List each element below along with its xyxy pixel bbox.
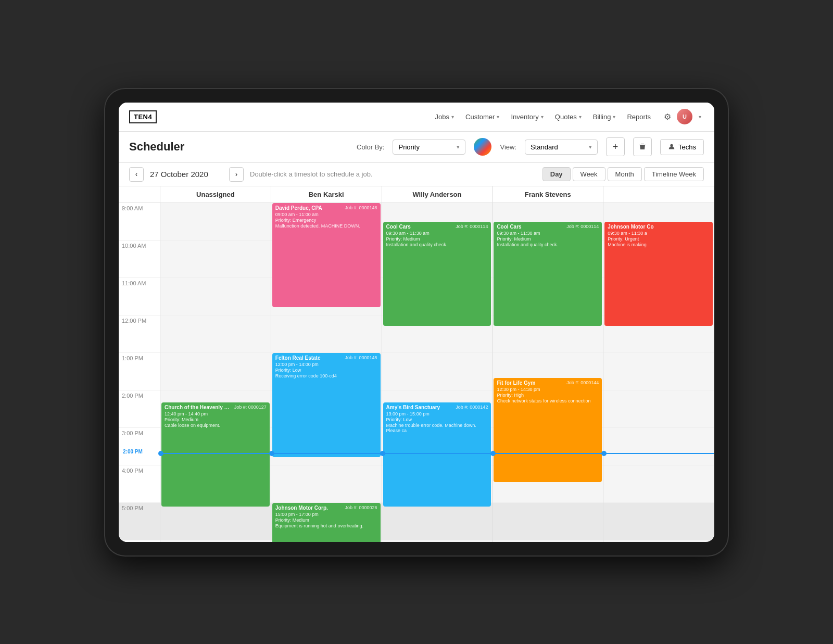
nav-customer[interactable]: Customer ▾ xyxy=(460,110,504,124)
customer-chevron-icon: ▾ xyxy=(497,114,499,120)
event-desc: Equipment is running hot and overheating… xyxy=(275,523,377,528)
tech-col-willy[interactable]: Cool CarsJob #: 000011409:30 am - 11:30 … xyxy=(382,203,493,542)
cell-col1-row8[interactable] xyxy=(160,503,271,540)
col-willy: Willy Anderson xyxy=(382,186,493,203)
event-card-ev6[interactable]: Felton Real EstateJob #: 000014512:00 pm… xyxy=(272,353,381,457)
event-job: Job #: 0000114 xyxy=(566,224,599,229)
cell-col1-row0[interactable] xyxy=(160,203,271,241)
calendar-nav: ‹ 27 October 2020 › Double-click a times… xyxy=(119,163,714,186)
toolbar: Scheduler Color By: Priority ▾ View: Sta… xyxy=(119,132,714,163)
event-time: 09:30 am - 11:30 am xyxy=(386,231,488,236)
tech-col-extra[interactable]: Johnson Motor Co09:30 am - 11:30 aPriori… xyxy=(603,203,714,542)
nav-inventory[interactable]: Inventory ▾ xyxy=(506,110,548,124)
view-btn-week[interactable]: Week xyxy=(573,167,605,181)
cell-col1-row1[interactable] xyxy=(160,241,271,278)
cell-col5-row8[interactable] xyxy=(603,503,714,540)
delete-button[interactable] xyxy=(633,137,652,156)
event-priority: Priority: Emergency xyxy=(275,218,377,223)
event-job: Job #: 0000127 xyxy=(234,405,267,410)
prev-arrow[interactable]: ‹ xyxy=(129,167,144,182)
event-card-ev9[interactable]: Johnson Motor Corp.Job #: 000002615:00 p… xyxy=(272,503,381,542)
cell-col5-row4[interactable] xyxy=(603,353,714,390)
cell-col3-row8[interactable] xyxy=(382,503,493,540)
view-label: View: xyxy=(500,143,516,151)
tech-col-ben[interactable]: David Perdue, CPAJob #: 000014609:00 am … xyxy=(271,203,382,542)
nav-quotes[interactable]: Quotes ▾ xyxy=(550,110,587,124)
event-priority: Priority: Low xyxy=(275,368,377,373)
add-button[interactable]: + xyxy=(606,137,625,156)
cell-col4-row8[interactable] xyxy=(493,503,603,540)
next-arrow[interactable]: › xyxy=(229,167,244,182)
view-btn-day[interactable]: Day xyxy=(542,167,571,181)
event-desc: Installation and quality check. xyxy=(386,242,488,247)
event-card-ev1[interactable]: David Perdue, CPAJob #: 000014609:00 am … xyxy=(272,203,381,307)
view-buttons: Day Week Month Timeline Week xyxy=(542,167,704,181)
calendar-body: 9:00 AM10:00 AM11:00 AM12:00 PM1:00 PM2:… xyxy=(119,203,714,542)
techs-button[interactable]: Techs xyxy=(660,139,704,155)
avatar[interactable]: U xyxy=(677,109,692,124)
tech-col-unassigned[interactable]: 2:00 PMChurch of the Heavenly Redeem...J… xyxy=(160,203,271,542)
time-slot-4: 1:00 PM xyxy=(119,353,160,390)
cell-col2-row3[interactable] xyxy=(271,315,382,353)
avatar-chevron-icon[interactable]: ▾ xyxy=(696,108,704,125)
event-card-ev5[interactable]: Church of the Heavenly Redeem...Job #: 0… xyxy=(161,402,270,507)
col-time xyxy=(119,186,160,203)
view-select[interactable]: Standard ▾ xyxy=(525,140,598,155)
current-time-line xyxy=(382,453,493,454)
event-job: Job #: 0000145 xyxy=(345,355,377,360)
color-by-chevron-icon: ▾ xyxy=(457,144,460,150)
cell-col2-row7[interactable] xyxy=(271,465,382,503)
quotes-chevron-icon: ▾ xyxy=(579,114,582,120)
event-priority: Priority: High xyxy=(497,393,599,398)
event-time: 13:00 pm - 15:00 pm xyxy=(386,411,488,416)
date-label: 27 October 2020 xyxy=(150,170,223,179)
cell-col1-row2[interactable] xyxy=(160,278,271,315)
inventory-chevron-icon: ▾ xyxy=(541,114,544,120)
cell-col1-row4[interactable] xyxy=(160,353,271,390)
color-by-label: Color By: xyxy=(357,143,384,151)
event-priority: Priority: Urgent xyxy=(608,236,710,242)
nav-reports[interactable]: Reports xyxy=(622,110,656,124)
settings-icon[interactable]: ⚙ xyxy=(659,108,676,125)
event-job: Job #: 0000114 xyxy=(456,224,488,229)
event-priority: Priority: Medium xyxy=(386,236,488,242)
cell-col1-row3[interactable] xyxy=(160,315,271,353)
cell-col3-row4[interactable] xyxy=(382,353,493,390)
navbar: TEN4 Jobs ▾ Customer ▾ Inventory ▾ Quote… xyxy=(119,103,714,132)
current-time-line xyxy=(493,453,603,454)
cell-col5-row6[interactable] xyxy=(603,428,714,465)
event-card-ev2[interactable]: Cool CarsJob #: 000011409:30 am - 11:30 … xyxy=(383,222,491,326)
cell-col5-row7[interactable] xyxy=(603,465,714,503)
calendar-hint: Double-click a timeslot to schedule a jo… xyxy=(250,170,536,178)
event-card-ev3[interactable]: Cool CarsJob #: 000011409:30 am - 11:30 … xyxy=(494,222,602,326)
event-time: 09:30 am - 11:30 a xyxy=(608,231,710,236)
time-slot-1: 10:00 AM xyxy=(119,241,160,278)
color-by-select[interactable]: Priority ▾ xyxy=(393,140,465,155)
event-title: Johnson Motor Corp. xyxy=(275,505,343,511)
view-btn-timeline[interactable]: Timeline Week xyxy=(644,167,704,181)
event-time: 12:30 pm - 14:30 pm xyxy=(497,387,599,392)
event-card-ev4[interactable]: Johnson Motor Co09:30 am - 11:30 aPriori… xyxy=(604,222,713,326)
col-ben: Ben Karski xyxy=(271,186,382,203)
event-card-ev8[interactable]: Fit for Life GymJob #: 000014412:30 pm -… xyxy=(494,378,602,482)
event-title: Church of the Heavenly Redeem... xyxy=(165,405,232,410)
tablet-screen: TEN4 Jobs ▾ Customer ▾ Inventory ▾ Quote… xyxy=(119,103,714,542)
event-desc: Machine trouble error code. Machine down… xyxy=(386,423,488,433)
time-slot-0: 9:00 AM xyxy=(119,203,160,241)
view-btn-month[interactable]: Month xyxy=(608,167,642,181)
event-desc: Check network status for wireless connec… xyxy=(497,398,599,403)
col-unassigned: Unassigned xyxy=(160,186,271,203)
event-title: Fit for Life Gym xyxy=(497,380,564,386)
billing-chevron-icon: ▾ xyxy=(613,114,615,120)
event-desc: Installation and quality check. xyxy=(497,242,599,247)
cell-col5-row5[interactable] xyxy=(603,390,714,428)
page-title: Scheduler xyxy=(129,140,184,154)
nav-billing[interactable]: Billing ▾ xyxy=(588,110,621,124)
tech-col-frank[interactable]: Cool CarsJob #: 000011409:30 am - 11:30 … xyxy=(493,203,603,542)
event-desc: Receiving error code 100-cd4 xyxy=(275,373,377,378)
event-card-ev7[interactable]: Amy's Bird SanctuaryJob #: 000014213:00 … xyxy=(383,402,491,507)
logo[interactable]: TEN4 xyxy=(129,110,157,123)
palette-button[interactable] xyxy=(474,138,491,156)
current-time-line xyxy=(160,453,271,454)
nav-jobs[interactable]: Jobs ▾ xyxy=(430,110,459,124)
